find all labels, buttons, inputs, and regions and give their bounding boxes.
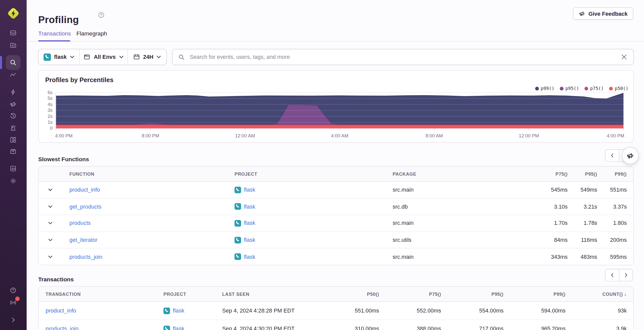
project-link[interactable]: flask xyxy=(173,308,184,314)
slowest-function-row: get_products flask src.db 3.10s 3.21s 3.… xyxy=(39,198,633,215)
project-link[interactable]: flask xyxy=(244,254,255,260)
project-link[interactable]: flask xyxy=(244,220,255,226)
svg-text:8:00 PM: 8:00 PM xyxy=(142,133,159,138)
sentry-logo[interactable] xyxy=(7,7,20,20)
function-link[interactable]: get_products xyxy=(69,204,102,210)
col-count-sort[interactable]: COUNT() ↓ xyxy=(566,291,627,297)
svg-text:2s: 2s xyxy=(48,114,53,119)
megaphone-icon xyxy=(626,152,634,160)
project-cell: flask xyxy=(227,187,385,193)
search-input[interactable] xyxy=(189,53,621,61)
transaction-row: product_info flask Sep 4, 2024 4:28:28 P… xyxy=(39,302,633,320)
chevron-down-icon xyxy=(48,189,53,191)
dashboard-layout-icon xyxy=(9,136,17,143)
sidebar-item-user-feedback[interactable] xyxy=(9,100,17,108)
flask-project-icon xyxy=(43,53,51,61)
sidebar-item-alerts[interactable] xyxy=(9,124,17,132)
prev-page-button[interactable] xyxy=(605,269,619,281)
project-cell: flask xyxy=(164,325,222,330)
page-filter-bar: flask All Envs 24H xyxy=(38,49,167,65)
p95-value: 549ms xyxy=(568,187,597,193)
tabs-divider xyxy=(27,41,644,42)
tab-flamegraph[interactable]: Flamegraph xyxy=(76,30,107,36)
chevron-down-icon xyxy=(48,222,53,225)
give-feedback-button[interactable]: Give Feedback xyxy=(573,7,633,20)
clear-search-icon[interactable] xyxy=(621,54,627,60)
search-icon xyxy=(178,54,185,60)
expand-row-button[interactable] xyxy=(39,215,62,231)
prev-page-button[interactable] xyxy=(605,149,619,162)
next-page-button[interactable] xyxy=(619,269,633,281)
chevron-left-icon xyxy=(609,271,616,279)
transaction-link[interactable]: products_join xyxy=(46,326,78,330)
svg-text:12:00 PM: 12:00 PM xyxy=(519,133,539,138)
project-link[interactable]: flask xyxy=(244,187,255,193)
function-link[interactable]: product_info xyxy=(69,187,100,193)
function-link[interactable]: products xyxy=(69,220,91,226)
sidebar-item-projects[interactable] xyxy=(9,42,17,49)
project-link[interactable]: flask xyxy=(173,326,184,330)
sidebar-help-button[interactable]: ? xyxy=(9,287,17,294)
chevron-down-icon xyxy=(119,56,124,58)
function-link[interactable]: get_iterator xyxy=(69,237,97,243)
function-link[interactable]: products_join xyxy=(69,254,102,260)
p75-value: 84ms xyxy=(538,237,568,243)
transaction-row: products_join flask Sep 4, 2024 4:30:20 … xyxy=(39,320,633,330)
flask-project-icon xyxy=(234,220,241,227)
p99-value: 3.37s xyxy=(597,204,627,210)
svg-text:8:00 AM: 8:00 AM xyxy=(426,133,443,138)
flask-project-icon xyxy=(234,253,241,260)
sidebar-item-dashboards[interactable] xyxy=(9,136,17,143)
sidebar-item-releases[interactable] xyxy=(9,148,17,155)
chevron-right-icon xyxy=(9,316,17,324)
expand-row-button[interactable] xyxy=(39,198,62,215)
p75-value: 1.70s xyxy=(538,220,568,226)
sidebar-item-issues[interactable] xyxy=(9,29,17,36)
project-cell: flask xyxy=(164,307,222,314)
environment-filter[interactable]: All Envs xyxy=(79,49,128,65)
slowest-function-row: products flask src.main 1.70s 1.78s 1.80… xyxy=(39,215,633,231)
environment-filter-label: All Envs xyxy=(94,54,116,60)
sidebar-item-search[interactable] xyxy=(9,59,17,66)
project-filter[interactable]: flask xyxy=(39,49,79,65)
sidebar-collapse-button[interactable] xyxy=(9,316,17,324)
expand-row-button[interactable] xyxy=(39,249,62,265)
package-cell: src.main xyxy=(385,254,538,260)
expand-row-button[interactable] xyxy=(39,182,62,198)
code-folder-icon xyxy=(9,42,17,49)
project-cell: flask xyxy=(227,253,385,260)
chevron-right-icon xyxy=(622,271,630,279)
project-link[interactable]: flask xyxy=(244,237,255,243)
slowest-function-row: product_info flask src.main 545ms 549ms … xyxy=(39,182,633,198)
floating-feedback-button[interactable] xyxy=(622,147,639,164)
expand-row-button[interactable] xyxy=(39,232,62,248)
project-link[interactable]: flask xyxy=(244,204,255,210)
siren-icon xyxy=(9,124,17,132)
p95-value: 116ms xyxy=(568,237,597,243)
profiles-by-percentiles-panel: Profiles by Percentiles p99()p95()p75()p… xyxy=(38,70,634,143)
p95-value: 3.21s xyxy=(568,204,597,210)
sidebar-item-stats[interactable] xyxy=(9,165,17,172)
p99-value: 965.20ms xyxy=(504,326,566,330)
tab-transactions[interactable]: Transactions xyxy=(38,30,71,36)
sidebar-item-replays[interactable] xyxy=(9,112,17,120)
chevron-down-icon xyxy=(157,56,161,58)
sidebar: ? xyxy=(0,0,27,330)
percentiles-area-chart[interactable]: 4:00 PM8:00 PM12:00 AM4:00 AM8:00 AM12:0… xyxy=(39,71,633,142)
p95-value: 717.00ms xyxy=(441,326,504,330)
p50-value: 310.00ms xyxy=(317,326,379,330)
sidebar-item-settings[interactable] xyxy=(9,177,17,185)
sidebar-item-launch[interactable] xyxy=(9,88,17,96)
date-range-filter[interactable]: 24H xyxy=(128,49,167,65)
p75-value: 3.10s xyxy=(538,204,568,210)
flask-project-icon xyxy=(164,307,170,314)
search-bar xyxy=(172,49,634,65)
page-help-icon[interactable]: ? xyxy=(98,11,105,19)
col-p95: P95() xyxy=(568,172,597,176)
transaction-link[interactable]: product_info xyxy=(46,308,76,314)
package-cell: src.utils xyxy=(385,237,538,243)
sidebar-item-metrics[interactable] xyxy=(9,71,17,79)
calendar-icon xyxy=(133,53,140,61)
search-icon xyxy=(9,59,17,66)
last-seen-cell: Sep 4, 2024 4:28:28 PM EDT xyxy=(222,308,317,314)
